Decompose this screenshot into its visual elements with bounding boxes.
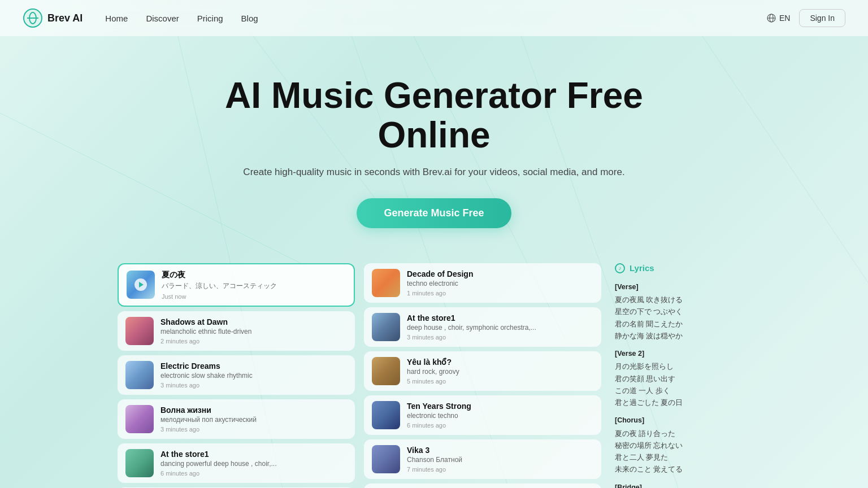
lyrics-section-title: [Bridge] (615, 482, 750, 488)
track-time: 6 minutes ago (160, 470, 347, 477)
play-triangle-icon (139, 282, 144, 287)
track-item[interactable]: Decade of Designtechno electronic1 minut… (364, 263, 601, 303)
lyrics-line: 君と過ごした 夏の日 (615, 397, 750, 409)
track-info: At the store1deep house , choir, symphon… (407, 313, 593, 341)
track-thumbnail (372, 313, 400, 341)
track-thumbnail (125, 405, 154, 433)
lyrics-line: 君の笑顔 思い出す (615, 373, 750, 385)
track-subtitle: techno electronic (407, 280, 593, 287)
track-subtitle: Chanson Блатной (407, 456, 593, 464)
lyrics-line: 夏の夜 語り合った (615, 428, 750, 440)
track-time: Just now (162, 293, 346, 300)
track-info: Vika 3Chanson Блатной7 minutes ago (407, 446, 593, 473)
track-item[interactable]: Yêu là khổ?hard rock, groovy5 minutes ag… (364, 351, 601, 391)
sign-in-button[interactable]: Sign In (799, 9, 845, 27)
lyrics-section-title: [Verse] (615, 281, 750, 293)
lyrics-section: [Verse 2]月の光影を照らし君の笑顔 思い出すこの道 一人 歩く君と過ごし… (615, 348, 750, 409)
track-time: 3 minutes ago (160, 426, 347, 433)
track-item[interactable]: Vika 3Chanson Блатной7 minutes ago (364, 439, 601, 479)
track-subtitle: melancholic ethnic flute-driven (160, 328, 347, 336)
track-title: 夏の夜 (162, 270, 346, 280)
track-title: Yêu là khổ? (407, 358, 593, 367)
track-item[interactable]: At the store1dancing powerful deep house… (118, 443, 355, 483)
lang-label: EN (779, 14, 790, 23)
logo-text: Brev AI (47, 12, 83, 24)
logo[interactable]: Brev AI (23, 8, 83, 28)
lyrics-line: 月の光影を照らし (615, 361, 750, 373)
track-info: Yêu là khổ?hard rock, groovy5 minutes ag… (407, 358, 593, 385)
track-thumbnail (125, 361, 154, 389)
track-subtitle: dancing powerful deep house , choir,... (160, 460, 347, 468)
track-info: 夏の夜バラード、涼しい、アコースティックJust now (162, 270, 346, 300)
lyrics-title: Lyrics (630, 263, 654, 273)
track-subtitle: electronic slow shake rhythmic (160, 372, 347, 380)
track-title: Ten Years Strong (407, 402, 593, 411)
language-button[interactable]: EN (767, 14, 790, 23)
nav-pricing[interactable]: Pricing (197, 14, 223, 23)
lyrics-section-title: [Verse 2] (615, 348, 750, 360)
lyrics-line: 静かな海 波は穏やか (615, 330, 750, 342)
track-time: 6 minutes ago (407, 422, 593, 429)
lyrics-line: 君と二人 夢見た (615, 452, 750, 464)
track-subtitle: deep house , choir, symphonic orchestra,… (407, 324, 593, 332)
track-column-left: 夏の夜バラード、涼しい、アコースティックJust nowShadows at D… (118, 263, 355, 488)
globe-icon (767, 14, 776, 23)
nav-links: Home Discover Pricing Blog (105, 14, 767, 23)
lyrics-line: 夏の夜風 吹き抜ける (615, 294, 750, 306)
lyrics-section: [Bridge]風が冷たくなる前君の手 温めたい一緒でも 君がいる幸せ 感じたい (615, 482, 750, 488)
track-thumbnail (372, 445, 400, 473)
nav-discover[interactable]: Discover (146, 14, 179, 23)
track-thumbnail (372, 401, 400, 429)
lyrics-section-title: [Chorus] (615, 415, 750, 426)
track-time: 7 minutes ago (407, 466, 593, 473)
track-title: Electric Dreams (160, 361, 347, 371)
generate-music-button[interactable]: Generate Music Free (357, 198, 511, 228)
track-thumbnail (125, 449, 154, 477)
content-area: 夏の夜バラード、涼しい、アコースティックJust nowShadows at D… (95, 245, 773, 488)
lyrics-section: [Verse]夏の夜風 吹き抜ける星空の下で つぶやく君の名前 聞こえたか静かな… (615, 281, 750, 342)
navbar: Brev AI Home Discover Pricing Blog EN Si… (0, 0, 868, 36)
track-time: 3 minutes ago (407, 334, 593, 341)
track-item[interactable]: Ten Years Strongelectronic techno6 minut… (364, 395, 601, 435)
lyrics-line: 秘密の場所 忘れない (615, 440, 750, 452)
track-item[interactable]: 夏の夜バラード、涼しい、アコースティックJust now (118, 263, 355, 307)
play-button-icon (134, 278, 147, 291)
track-list: 夏の夜バラード、涼しい、アコースティックJust nowShadows at D… (118, 263, 601, 488)
lyrics-content: [Verse]夏の夜風 吹き抜ける星空の下で つぶやく君の名前 聞こえたか静かな… (615, 281, 750, 488)
track-thumbnail (125, 317, 154, 345)
lyrics-panel: ♪ Lyrics [Verse]夏の夜風 吹き抜ける星空の下で つぶやく君の名前… (615, 263, 750, 488)
track-thumbnail (372, 269, 400, 297)
track-item[interactable]: Whispers of the Windhaunting ethnic flut… (364, 483, 601, 488)
logo-icon (23, 8, 43, 28)
lyrics-line: 君の名前 聞こえたか (615, 319, 750, 330)
track-info: At the store1dancing powerful deep house… (160, 450, 347, 477)
hero-subtitle: Create high-quality music in seconds wit… (11, 167, 857, 178)
track-info: Electric Dreamselectronic slow shake rhy… (160, 361, 347, 389)
lyrics-header: ♪ Lyrics (615, 263, 750, 273)
track-info: Ten Years Strongelectronic techno6 minut… (407, 402, 593, 429)
track-thumbnail (372, 357, 400, 385)
lyrics-line: この道 一人 歩く (615, 385, 750, 397)
track-item[interactable]: At the store1deep house , choir, symphon… (364, 307, 601, 347)
lyrics-icon: ♪ (615, 263, 625, 273)
track-title: Shadows at Dawn (160, 317, 347, 326)
track-title: Волна жизни (160, 406, 347, 415)
track-subtitle: electronic techno (407, 412, 593, 420)
lyrics-section: [Chorus]夏の夜 語り合った秘密の場所 忘れない君と二人 夢見た未来のこと… (615, 415, 750, 476)
nav-right: EN Sign In (767, 9, 845, 27)
track-time: 2 minutes ago (160, 338, 347, 345)
track-column-right: Decade of Designtechno electronic1 minut… (364, 263, 601, 488)
nav-home[interactable]: Home (105, 14, 128, 23)
lyrics-line: 星空の下で つぶやく (615, 306, 750, 318)
track-item[interactable]: Electric Dreamselectronic slow shake rhy… (118, 355, 355, 395)
track-info: Decade of Designtechno electronic1 minut… (407, 269, 593, 297)
track-time: 3 minutes ago (160, 382, 347, 389)
track-title: Vika 3 (407, 446, 593, 455)
track-item[interactable]: Shadows at Dawnmelancholic ethnic flute-… (118, 311, 355, 351)
track-item[interactable]: Волна жизнимелодичный поп акустический3 … (118, 399, 355, 439)
lyrics-line: 未来のこと 覚えてる (615, 464, 750, 476)
track-time: 5 minutes ago (407, 378, 593, 385)
hero-title: AI Music Generator Free Online (11, 76, 857, 155)
nav-blog[interactable]: Blog (241, 14, 258, 23)
track-info: Shadows at Dawnmelancholic ethnic flute-… (160, 317, 347, 345)
